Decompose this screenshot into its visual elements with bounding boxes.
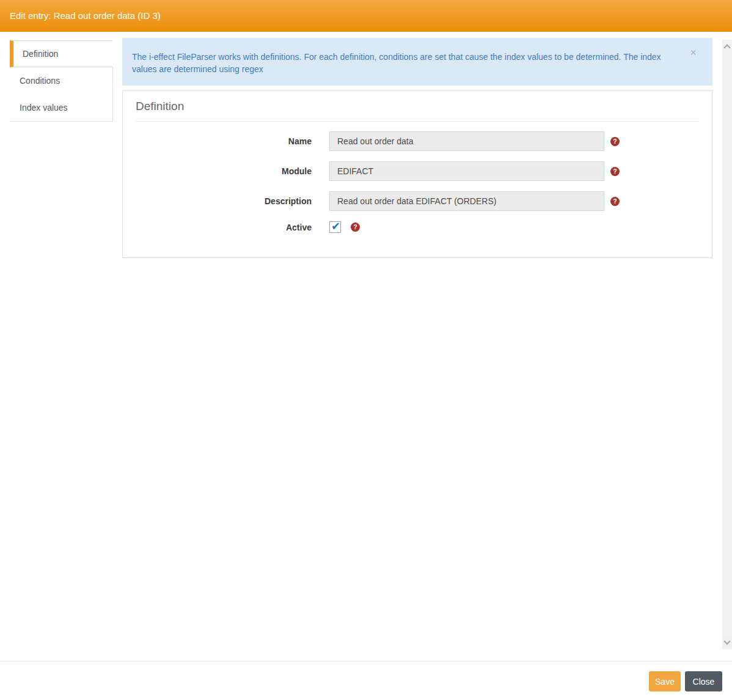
- form-row-active: Active ✔ ?: [136, 221, 712, 233]
- definition-form: Name ? Module ? Description ? Active ✔ ?: [123, 131, 712, 233]
- description-label: Description: [136, 196, 312, 206]
- panel-title: Definition: [136, 100, 699, 122]
- tab-definition-label: Definition: [23, 49, 58, 59]
- form-row-name: Name ?: [136, 131, 712, 151]
- tab-conditions-label: Conditions: [20, 76, 60, 86]
- tab-index-values-label: Index values: [20, 103, 68, 112]
- description-input[interactable]: [329, 191, 604, 211]
- tab-index-values[interactable]: Index values: [10, 94, 113, 121]
- close-icon[interactable]: ×: [690, 47, 697, 58]
- tab-definition[interactable]: Definition: [10, 40, 113, 67]
- module-label: Module: [136, 166, 312, 176]
- help-icon[interactable]: ?: [351, 223, 360, 232]
- tab-conditions[interactable]: Conditions: [10, 67, 113, 94]
- active-label: Active: [136, 223, 312, 232]
- save-button[interactable]: Save: [649, 671, 681, 691]
- form-row-module: Module ?: [136, 161, 712, 181]
- page-title: Edit entry: Read out order data (ID 3): [0, 0, 161, 32]
- close-button[interactable]: Close: [685, 671, 722, 691]
- help-icon[interactable]: ?: [610, 137, 620, 146]
- name-input[interactable]: [329, 131, 604, 151]
- app-window: Edit entry: Read out order data (ID 3) D…: [0, 0, 732, 700]
- info-alert-text: The i-effect FileParser works with defin…: [132, 52, 661, 74]
- help-icon[interactable]: ?: [610, 197, 620, 206]
- module-input[interactable]: [329, 161, 604, 181]
- name-label: Name: [136, 136, 312, 146]
- checkmark-icon: ✔: [331, 221, 340, 232]
- active-checkbox[interactable]: ✔: [329, 221, 341, 233]
- help-icon[interactable]: ?: [610, 167, 620, 176]
- definition-panel: Definition Name ? Module ? Description ?…: [122, 90, 712, 258]
- info-alert: The i-effect FileParser works with defin…: [122, 38, 712, 86]
- header-bar: Edit entry: Read out order data (ID 3): [0, 0, 732, 32]
- footer-bar: Save Close: [0, 661, 732, 700]
- scrollbar[interactable]: [722, 40, 732, 649]
- sidebar-tabs: Definition Conditions Index values: [10, 40, 113, 122]
- scroll-down-icon[interactable]: [723, 638, 730, 644]
- form-row-description: Description ?: [136, 191, 712, 211]
- scroll-up-icon[interactable]: [723, 44, 730, 51]
